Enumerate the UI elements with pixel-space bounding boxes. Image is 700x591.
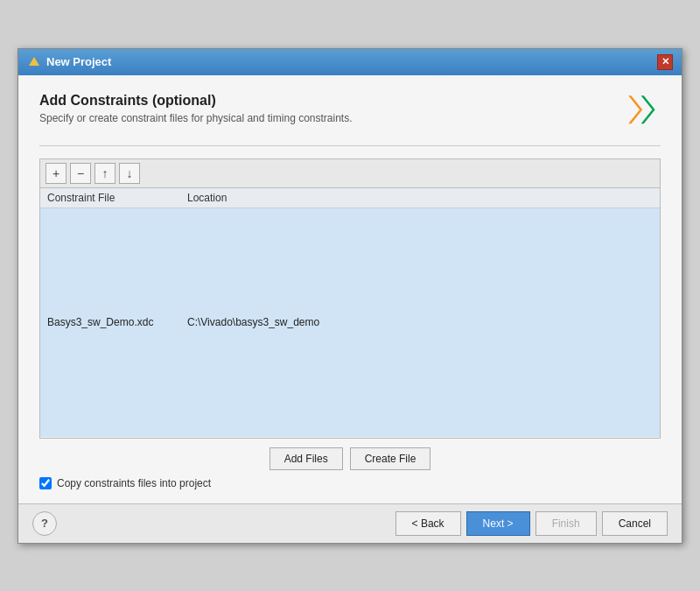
- svg-marker-1: [641, 95, 655, 123]
- navigation-buttons: < Back Next > Finish Cancel: [396, 511, 668, 536]
- cell-rest: [373, 208, 660, 437]
- page-title: Add Constraints (optional): [39, 93, 619, 109]
- help-button[interactable]: ?: [32, 511, 57, 536]
- vivado-logo: [619, 93, 661, 135]
- svg-marker-0: [29, 57, 39, 66]
- dialog-icon: [27, 55, 41, 69]
- dialog-title: New Project: [46, 55, 111, 68]
- table-row[interactable]: Basys3_sw_Demo.xdcC:\Vivado\basys3_sw_de…: [40, 208, 660, 437]
- table-header-row: Constraint File Location: [40, 188, 660, 208]
- page-subtitle: Specify or create constraint files for p…: [39, 112, 619, 124]
- title-bar-left: New Project: [27, 55, 111, 69]
- finish-button[interactable]: Finish: [536, 511, 597, 536]
- title-bar: New Project ✕: [18, 49, 682, 75]
- add-icon: +: [52, 166, 60, 180]
- copy-checkbox-area: Copy constraints files into project: [39, 477, 661, 489]
- bottom-bar: ? < Back Next > Finish Cancel: [18, 503, 682, 543]
- col-header-rest: [373, 188, 660, 208]
- header-area: Add Constraints (optional) Specify or cr…: [39, 93, 661, 135]
- main-content: Add Constraints (optional) Specify or cr…: [18, 75, 682, 503]
- cancel-button[interactable]: Cancel: [602, 511, 668, 536]
- create-file-button[interactable]: Create File: [350, 447, 431, 470]
- cell-constraint-file: Basys3_sw_Demo.xdc: [40, 208, 180, 437]
- back-button[interactable]: < Back: [396, 511, 461, 536]
- down-arrow-icon: ↓: [127, 166, 133, 180]
- up-arrow-icon: ↑: [102, 166, 108, 180]
- add-files-button[interactable]: Add Files: [270, 447, 343, 470]
- copy-constraints-label[interactable]: Copy constraints files into project: [57, 477, 211, 489]
- file-panel: + − ↑ ↓ Constraint File Location: [39, 158, 661, 439]
- svg-marker-2: [628, 95, 642, 123]
- file-toolbar: + − ↑ ↓: [40, 159, 660, 188]
- remove-file-button[interactable]: −: [70, 163, 91, 184]
- help-icon: ?: [41, 517, 48, 530]
- table-body: Basys3_sw_Demo.xdcC:\Vivado\basys3_sw_de…: [40, 208, 660, 437]
- new-project-dialog: New Project ✕ Add Constraints (optional)…: [18, 48, 682, 544]
- col-header-file: Constraint File: [40, 188, 180, 208]
- bottom-controls: Add Files Create File: [39, 447, 661, 470]
- next-button[interactable]: Next >: [466, 511, 530, 536]
- constraint-file-table: Constraint File Location Basys3_sw_Demo.…: [40, 188, 660, 438]
- minus-icon: −: [77, 166, 84, 180]
- col-header-location: Location: [180, 188, 373, 208]
- cell-location: C:\Vivado\basys3_sw_demo: [180, 208, 373, 437]
- add-file-button[interactable]: +: [46, 163, 66, 184]
- close-button[interactable]: ✕: [657, 54, 673, 70]
- copy-constraints-checkbox[interactable]: [39, 477, 52, 489]
- move-down-button[interactable]: ↓: [119, 163, 140, 184]
- header-text: Add Constraints (optional) Specify or cr…: [39, 93, 619, 124]
- move-up-button[interactable]: ↑: [94, 163, 116, 184]
- header-separator: [39, 145, 661, 146]
